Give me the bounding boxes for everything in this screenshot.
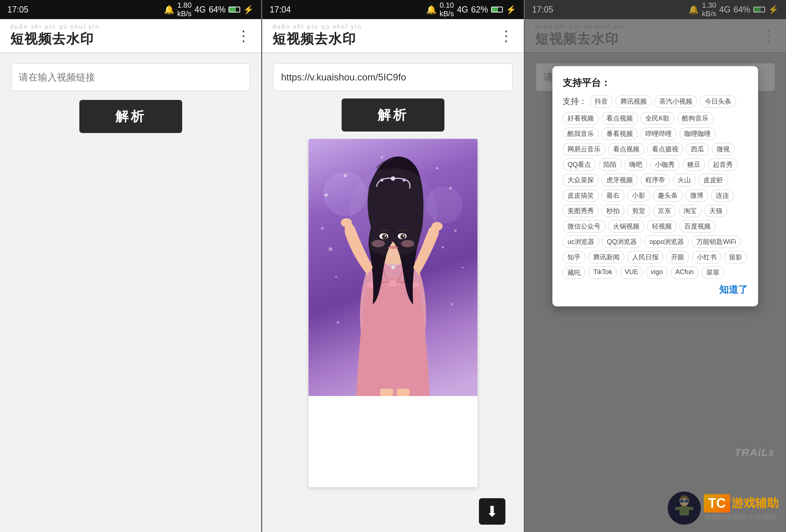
tag-51: 藏吒 bbox=[563, 266, 585, 279]
url-input-2[interactable] bbox=[273, 63, 512, 91]
app-title-1: 短视频去水印 bbox=[10, 30, 100, 48]
tag-20: 大众菜探 bbox=[563, 174, 599, 186]
lightning-icon-1: ⚡ bbox=[243, 5, 254, 15]
tag-55: ACfun bbox=[671, 266, 699, 279]
tag-30: 连连 bbox=[711, 189, 734, 202]
tag-26: 最右 bbox=[602, 189, 624, 202]
tag-40: 百度视频 bbox=[679, 220, 715, 233]
signal-text-2: 0.10kB/s bbox=[440, 1, 454, 18]
tag-54: vigo bbox=[646, 266, 668, 279]
platform-tag-chaqi: 茶汽小视频 bbox=[655, 95, 697, 108]
tag-28: 趣头条 bbox=[653, 189, 682, 202]
svg-point-39 bbox=[426, 187, 463, 223]
panel-1: 17:05 🔔 1.80kB/s 4G 64% ⚡ duǎn shì pín q… bbox=[0, 0, 262, 532]
svg-rect-36 bbox=[397, 389, 410, 396]
battery-icon-1 bbox=[228, 7, 240, 12]
tag-21: 虎牙视频 bbox=[602, 174, 638, 186]
tag-46: 腾讯新闻 bbox=[588, 251, 624, 263]
video-image: ✦ ✦ ✦ ✦ ✦ bbox=[309, 139, 477, 396]
menu-dots-2[interactable]: ⋮ bbox=[499, 27, 513, 44]
watermark-avatar-icon bbox=[668, 492, 701, 525]
parse-button-2[interactable]: 解析 bbox=[342, 98, 444, 132]
bell-icon-1: 🔔 bbox=[164, 5, 174, 15]
watermark-jiuyu: 游戏辅助 bbox=[732, 495, 779, 511]
pinyin-1: duǎn shì pín qù shuǐ yìn bbox=[10, 23, 100, 30]
tag-33: 剪堂 bbox=[627, 205, 650, 217]
watermark: TC 游戏辅助 游戏辅助网@小布喵喵 bbox=[668, 492, 779, 525]
panel-3: 17:05 🔔 1.30kB/s 4G 64% ⚡ duǎn shì pín q… bbox=[525, 0, 786, 532]
panel-content-2: 解析 bbox=[262, 52, 523, 532]
tag-35: 淘宝 bbox=[679, 205, 702, 217]
svg-rect-35 bbox=[380, 389, 393, 396]
video-container: ✦ ✦ ✦ ✦ ✦ bbox=[273, 139, 512, 487]
support-row: 支持： 抖音 腾讯视频 茶汽小视频 今日头条 bbox=[563, 95, 748, 108]
tag-36: 天猫 bbox=[704, 205, 727, 217]
battery-pct-1: 64% bbox=[209, 5, 226, 15]
svg-point-47 bbox=[684, 499, 689, 503]
svg-rect-44 bbox=[688, 507, 693, 510]
platform-tag-tencent: 腾讯视频 bbox=[616, 95, 652, 108]
platform-tags-grid: 好看视频 看点视频 全民K歌 酷狗音乐 酷我音乐 番看视频 哔哩哔哩 咖哩咖哩 … bbox=[563, 112, 748, 279]
time-2: 17:04 bbox=[270, 5, 291, 15]
battery-pct-2: 62% bbox=[471, 5, 488, 15]
title-block-2: duǎn shì pín qù shuǐ yìn 短视频去水印 bbox=[273, 23, 362, 48]
tag-37: 微信公众号 bbox=[563, 220, 605, 233]
svg-point-6 bbox=[381, 156, 383, 158]
svg-point-2 bbox=[329, 247, 332, 251]
tag-45: 知乎 bbox=[563, 251, 585, 263]
title-block-1: duǎn shì pín qù shuǐ yìn 短视频去水印 bbox=[10, 23, 100, 48]
network-type-1: 4G bbox=[195, 5, 206, 15]
svg-text:✦: ✦ bbox=[334, 274, 338, 280]
download-button[interactable]: ⬇ bbox=[479, 498, 505, 525]
tag-56: 翠翠 bbox=[702, 266, 724, 279]
watermark-avatar bbox=[668, 492, 701, 525]
girl-illustration: ✦ ✦ ✦ ✦ ✦ bbox=[309, 139, 477, 396]
tag-25: 皮皮搞笑 bbox=[563, 189, 599, 202]
tag-12: 西瓜 bbox=[686, 143, 709, 155]
bell-icon-2: 🔔 bbox=[426, 5, 437, 15]
video-card: ✦ ✦ ✦ ✦ ✦ bbox=[309, 139, 477, 487]
tag-13: 微视 bbox=[712, 143, 735, 155]
tag-8: 咖哩咖哩 bbox=[679, 127, 715, 140]
tag-32: 秒拍 bbox=[602, 205, 624, 217]
parse-button-1[interactable]: 解析 bbox=[79, 100, 182, 133]
tag-39: 轻视频 bbox=[647, 220, 677, 233]
url-input-1[interactable] bbox=[11, 63, 250, 91]
watermark-tc-badge: TC bbox=[704, 494, 730, 513]
tag-53: VUE bbox=[620, 266, 643, 279]
app-header-1: duǎn shì pín qù shuǐ yìn 短视频去水印 ⋮ bbox=[0, 19, 261, 52]
tag-48: 开眼 bbox=[666, 251, 689, 263]
svg-rect-42 bbox=[679, 506, 689, 515]
popup-dialog: 支持平台： 支持： 抖音 腾讯视频 茶汽小视频 今日头条 好看视频 看点视频 全… bbox=[552, 66, 758, 306]
svg-text:✦: ✦ bbox=[320, 225, 325, 232]
tag-50: 留影 bbox=[724, 251, 747, 263]
watermark-text: TC 游戏辅助 游戏辅助网@小布喵喵 bbox=[704, 494, 779, 522]
svg-point-3 bbox=[454, 230, 457, 232]
tag-4: 酷狗音乐 bbox=[677, 112, 713, 125]
tag-1: 好看视频 bbox=[563, 112, 599, 125]
platform-tag-douyin: 抖音 bbox=[590, 95, 613, 108]
panel-2: 17:04 🔔 0.10kB/s 4G 62% ⚡ duǎn shì pín q… bbox=[262, 0, 524, 532]
tag-47: 人民日报 bbox=[627, 251, 663, 263]
app-title-2: 短视频去水印 bbox=[273, 30, 362, 48]
got-it-button[interactable]: 知道了 bbox=[719, 283, 748, 296]
watermark-sub: 游戏辅助网@小布喵喵 bbox=[704, 513, 779, 522]
tag-2: 看点视频 bbox=[602, 112, 638, 125]
panel-content-1: 解析 bbox=[0, 52, 261, 532]
tag-15: 陌陌 bbox=[599, 158, 621, 171]
tag-10: 看点视频 bbox=[608, 143, 644, 155]
watermark-tc-row: TC 游戏辅助 bbox=[704, 494, 779, 513]
svg-point-20 bbox=[391, 266, 395, 269]
tag-7: 哔哩哔哩 bbox=[641, 127, 677, 140]
tag-9: 网易云音乐 bbox=[563, 143, 605, 155]
tag-52: TikTok bbox=[588, 266, 617, 279]
lightning-icon-2: ⚡ bbox=[506, 5, 516, 15]
tag-11: 看点摄视 bbox=[647, 143, 683, 155]
time-1: 17:05 bbox=[7, 5, 29, 15]
tag-49: 小红书 bbox=[692, 251, 721, 263]
support-label: 支持： bbox=[563, 96, 587, 107]
tag-24: 皮皮虾 bbox=[699, 174, 728, 186]
tag-27: 小影 bbox=[627, 189, 650, 202]
menu-dots-1[interactable]: ⋮ bbox=[236, 27, 251, 44]
app-header-2: duǎn shì pín qù shuǐ yìn 短视频去水印 ⋮ bbox=[262, 19, 523, 52]
